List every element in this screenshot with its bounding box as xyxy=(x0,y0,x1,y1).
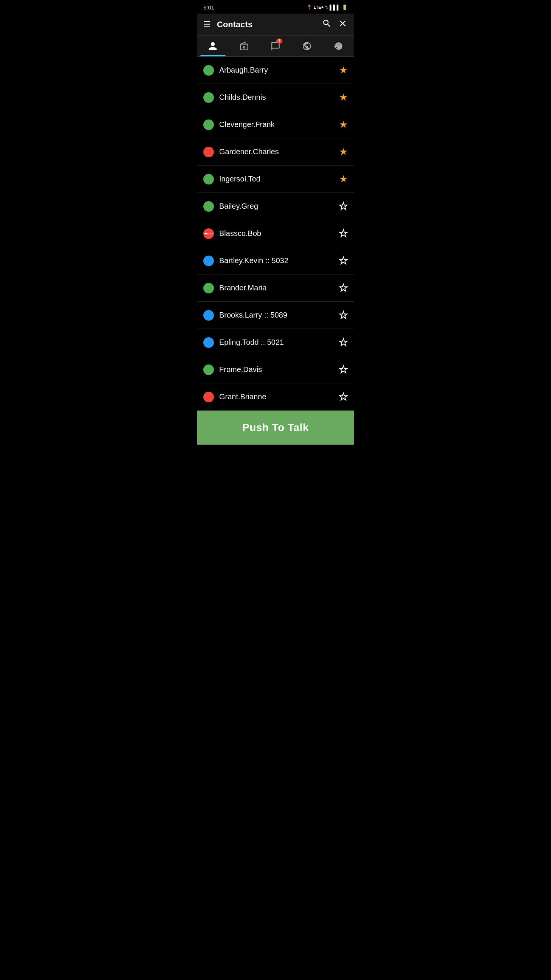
contact-name: Brander.Maria xyxy=(219,283,339,292)
contact-star-icon[interactable]: ★ xyxy=(339,92,348,103)
contact-item[interactable]: Grant.Brianne★ xyxy=(197,383,354,410)
contact-name: Epling.Todd :: 5021 xyxy=(219,338,339,347)
contact-status-dot xyxy=(203,337,214,348)
status-bar: 6:01 📍 LTE+ ⇅ ▌▌▌ 🔋 xyxy=(197,0,354,14)
contact-star-icon[interactable]: ★ xyxy=(339,255,348,267)
lte-label: LTE+ xyxy=(314,5,324,10)
hamburger-menu-icon[interactable]: ☰ xyxy=(203,21,211,29)
contact-name: Bartley.Kevin :: 5032 xyxy=(219,256,339,265)
contact-star-icon[interactable]: ★ xyxy=(339,309,348,321)
contact-star-icon[interactable]: ★ xyxy=(339,364,348,375)
contact-star-icon[interactable]: ★ xyxy=(339,119,348,130)
tab-radio[interactable] xyxy=(229,35,260,56)
contact-star-icon[interactable]: ★ xyxy=(339,200,348,212)
contact-name: Frome.Davis xyxy=(219,365,339,374)
header: ☰ Contacts xyxy=(197,14,354,35)
page-title: Contacts xyxy=(217,20,316,30)
contact-item[interactable]: Arbaugh.Barry★ xyxy=(197,57,354,84)
search-icon[interactable] xyxy=(322,19,332,30)
contact-status-dot xyxy=(203,283,214,293)
battery-icon: 🔋 xyxy=(341,5,348,10)
contact-name: Bailey.Greg xyxy=(219,202,339,211)
status-time: 6:01 xyxy=(203,4,214,11)
contact-name: Blassco.Bob xyxy=(219,229,339,238)
contact-item[interactable]: Childs.Dennis★ xyxy=(197,84,354,111)
contact-star-icon[interactable]: ★ xyxy=(339,391,348,402)
contact-item[interactable]: Gardener.Charles★ xyxy=(197,138,354,165)
contact-name: Ingersol.Ted xyxy=(219,175,339,183)
contact-status-dot xyxy=(203,119,214,130)
close-icon[interactable] xyxy=(338,19,348,30)
contact-list: Arbaugh.Barry★Childs.Dennis★Clevenger.Fr… xyxy=(197,57,354,410)
contact-name: Gardener.Charles xyxy=(219,148,339,156)
ptt-label: Push To Talk xyxy=(242,422,309,434)
contact-star-icon[interactable]: ★ xyxy=(339,64,348,76)
contact-star-icon[interactable]: ★ xyxy=(339,173,348,185)
contact-status-dot xyxy=(203,228,214,239)
location-icon: 📍 xyxy=(306,5,312,10)
contact-status-dot xyxy=(203,201,214,212)
contact-status-dot xyxy=(203,256,214,266)
contact-name: Clevenger.Frank xyxy=(219,120,339,129)
contact-status-dot xyxy=(203,174,214,185)
contact-status-dot xyxy=(203,65,214,76)
contact-status-dot xyxy=(203,92,214,103)
tab-contacts[interactable] xyxy=(197,35,229,56)
contact-item[interactable]: Bartley.Kevin :: 5032★ xyxy=(197,247,354,275)
contact-star-icon[interactable]: ★ xyxy=(339,146,348,158)
signal-icon: ▌▌▌ xyxy=(330,5,340,10)
tab-messages[interactable]: 1 xyxy=(260,35,291,56)
contact-item[interactable]: Brander.Maria★ xyxy=(197,275,354,302)
status-icons: 📍 LTE+ ⇅ ▌▌▌ 🔋 xyxy=(306,5,348,10)
contact-status-dot xyxy=(203,392,214,402)
contact-item[interactable]: Ingersol.Ted★ xyxy=(197,165,354,193)
contact-status-dot xyxy=(203,147,214,157)
contact-name: Childs.Dennis xyxy=(219,93,339,102)
contact-star-icon[interactable]: ★ xyxy=(339,228,348,239)
contact-item[interactable]: Epling.Todd :: 5021★ xyxy=(197,329,354,356)
contact-item[interactable]: Blassco.Bob★ xyxy=(197,220,354,247)
tab-history[interactable] xyxy=(322,35,354,56)
contact-name: Brooks.Larry :: 5089 xyxy=(219,311,339,320)
contact-item[interactable]: Frome.Davis★ xyxy=(197,356,354,383)
data-arrows-icon: ⇅ xyxy=(325,5,328,10)
contact-item[interactable]: Clevenger.Frank★ xyxy=(197,111,354,138)
contact-item[interactable]: Brooks.Larry :: 5089★ xyxy=(197,302,354,329)
contact-star-icon[interactable]: ★ xyxy=(339,337,348,348)
contact-star-icon[interactable]: ★ xyxy=(339,282,348,294)
tab-globe[interactable] xyxy=(291,35,322,56)
contact-status-dot xyxy=(203,310,214,321)
ptt-button[interactable]: Push To Talk xyxy=(197,410,354,445)
messages-badge: 1 xyxy=(276,38,282,43)
contact-item[interactable]: Bailey.Greg★ xyxy=(197,193,354,220)
contact-name: Arbaugh.Barry xyxy=(219,66,339,75)
contact-status-dot xyxy=(203,364,214,375)
contact-name: Grant.Brianne xyxy=(219,393,339,401)
tab-bar: 1 xyxy=(197,35,354,57)
